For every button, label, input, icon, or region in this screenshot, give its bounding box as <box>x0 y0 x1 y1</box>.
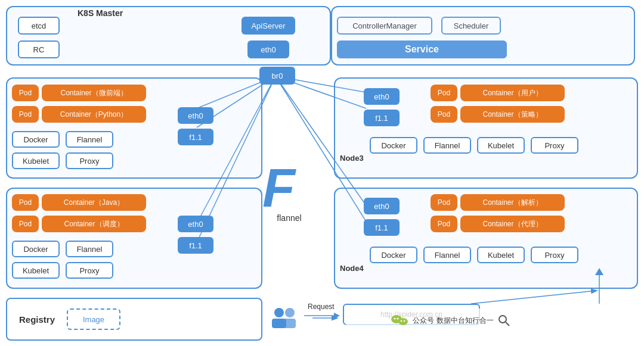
node2-eth0: eth0 <box>178 216 213 232</box>
k8s-master-label: K8S Master <box>78 8 123 18</box>
node1-f11: f1.1 <box>178 129 213 145</box>
up-arrow <box>590 268 608 307</box>
node2-kubelet: Kubelet <box>12 262 60 279</box>
node1-pod1: Pod <box>12 85 39 101</box>
search-icon <box>497 314 510 327</box>
node1-container1: Container（微前端） <box>42 85 146 101</box>
node1-container2: Container（Python） <box>42 106 146 123</box>
br0-box: br0 <box>259 67 295 85</box>
users-svg <box>267 304 303 334</box>
svg-point-24 <box>499 316 506 323</box>
node1-eth0: eth0 <box>178 107 213 124</box>
node4-container1: Container（解析） <box>460 194 565 211</box>
node2-proxy: Proxy <box>66 262 113 279</box>
node3-pod2: Pod <box>431 106 457 123</box>
svg-point-10 <box>274 308 284 317</box>
registry-label: Registry <box>19 314 55 325</box>
svg-rect-13 <box>284 319 296 328</box>
user-group-icon <box>267 301 303 337</box>
node4-kubelet: Kubelet <box>477 247 525 263</box>
svg-point-21 <box>397 318 399 320</box>
node3-container1: Container（用户） <box>460 85 565 101</box>
etcd-box: etcd <box>18 17 60 35</box>
node1-proxy: Proxy <box>66 152 113 169</box>
svg-line-9 <box>471 291 596 304</box>
rc-box: RC <box>18 40 60 58</box>
svg-point-12 <box>285 308 295 317</box>
master-right-panel <box>331 6 635 66</box>
node2-pod2: Pod <box>12 216 39 232</box>
flannel-logo: F <box>262 158 295 219</box>
wechat-icon <box>390 311 409 330</box>
flannel-label: flannel <box>262 213 316 223</box>
node2-docker: Docker <box>12 241 60 257</box>
svg-marker-17 <box>595 268 603 275</box>
wechat-text: 公众号 数据中台知行合一 <box>413 316 493 326</box>
node4-pod1: Pod <box>431 194 457 211</box>
node1-pod2: Pod <box>12 106 39 123</box>
node1-docker: Docker <box>12 131 60 148</box>
node2-container2: Container（调度） <box>42 216 146 232</box>
node4-docker: Docker <box>370 247 417 263</box>
node4-pod2: Pod <box>431 216 457 232</box>
node1-flannel: Flannel <box>66 131 113 148</box>
node3-pod1: Pod <box>431 85 457 101</box>
node4-container2: Container（代理） <box>460 216 565 232</box>
node3-f11: f1.1 <box>364 110 400 126</box>
node4-flannel: Flannel <box>423 247 471 263</box>
node3-docker: Docker <box>370 137 417 154</box>
node3-proxy: Proxy <box>531 137 578 154</box>
svg-marker-15 <box>334 313 340 319</box>
node4-label: Node4 <box>340 264 364 273</box>
node3-label: Node3 <box>340 154 364 163</box>
svg-point-22 <box>401 320 402 322</box>
node1-kubelet: Kubelet <box>12 152 60 169</box>
node2-container1: Container（Java） <box>42 194 146 211</box>
node2-pod1: Pod <box>12 194 39 211</box>
registry-panel: Registry Image <box>6 298 262 341</box>
node3-kubelet: Kubelet <box>477 137 525 154</box>
master-eth0-box: eth0 <box>247 40 289 58</box>
svg-point-23 <box>404 320 405 322</box>
diagram: K8S Master etcd RC ApiServer eth0 Contro… <box>0 0 644 346</box>
apiserver-box: ApiServer <box>242 17 295 35</box>
request-arrow <box>304 310 340 322</box>
node3-eth0: eth0 <box>364 88 400 105</box>
image-label: Image <box>83 315 104 324</box>
node4-proxy: Proxy <box>531 247 578 263</box>
node2-flannel: Flannel <box>66 241 113 257</box>
svg-point-19 <box>398 318 408 325</box>
node4-eth0: eth0 <box>364 198 400 214</box>
node3-container2: Container（策略） <box>460 106 565 123</box>
image-box: Image <box>67 308 120 330</box>
svg-line-25 <box>506 322 509 326</box>
node4-f11: f1.1 <box>364 219 400 236</box>
svg-point-20 <box>394 318 396 320</box>
wechat-overlay: 公众号 数据中台知行合一 <box>346 308 555 332</box>
node3-flannel: Flannel <box>423 137 471 154</box>
node2-f11: f1.1 <box>178 237 213 254</box>
